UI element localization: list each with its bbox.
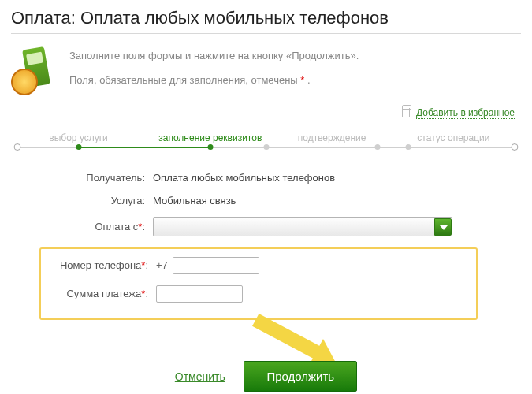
payfrom-select[interactable] bbox=[153, 217, 452, 236]
chevron-down-icon bbox=[434, 218, 452, 236]
service-label: Услуга: bbox=[11, 195, 153, 206]
step-3: подтверждение bbox=[298, 132, 366, 143]
amount-label: Сумма платежа*: bbox=[47, 288, 156, 299]
phone-label: Номер телефона*: bbox=[47, 259, 156, 271]
bookmark-icon bbox=[402, 108, 410, 117]
phone-payment-icon bbox=[11, 48, 58, 95]
step-1: выбор услуги bbox=[49, 132, 108, 143]
intro-line1: Заполните поля формы и нажмите на кнопку… bbox=[69, 48, 521, 65]
progress-steps: выбор услуги заполнение реквизитов подтв… bbox=[13, 132, 519, 151]
continue-button[interactable]: Продолжить bbox=[244, 361, 357, 392]
page-title: Оплата: Оплата любых мобильных телефонов bbox=[11, 8, 521, 34]
add-favorites-link[interactable]: Добавить в избранное bbox=[416, 107, 515, 119]
service-value: Мобильная связь bbox=[153, 195, 236, 206]
amount-input[interactable] bbox=[156, 285, 243, 303]
arrow-callout-icon bbox=[252, 314, 322, 359]
phone-prefix: +7 bbox=[156, 259, 168, 271]
highlight-box: Номер телефона*: +7 Сумма платежа*: bbox=[39, 247, 478, 320]
step-4: статус операции bbox=[417, 132, 489, 143]
intro-text: Заполните поля формы и нажмите на кнопку… bbox=[69, 48, 521, 97]
payfrom-label: Оплата с*: bbox=[11, 221, 153, 232]
step-2: заполнение реквизитов bbox=[158, 132, 262, 143]
cancel-link[interactable]: Отменить bbox=[175, 370, 225, 383]
recipient-value: Оплата любых мобильных телефонов bbox=[153, 172, 335, 184]
phone-input[interactable] bbox=[173, 257, 259, 274]
intro-line2: Поля, обязательные для заполнения, отмеч… bbox=[69, 72, 521, 89]
recipient-label: Получатель: bbox=[11, 172, 153, 184]
